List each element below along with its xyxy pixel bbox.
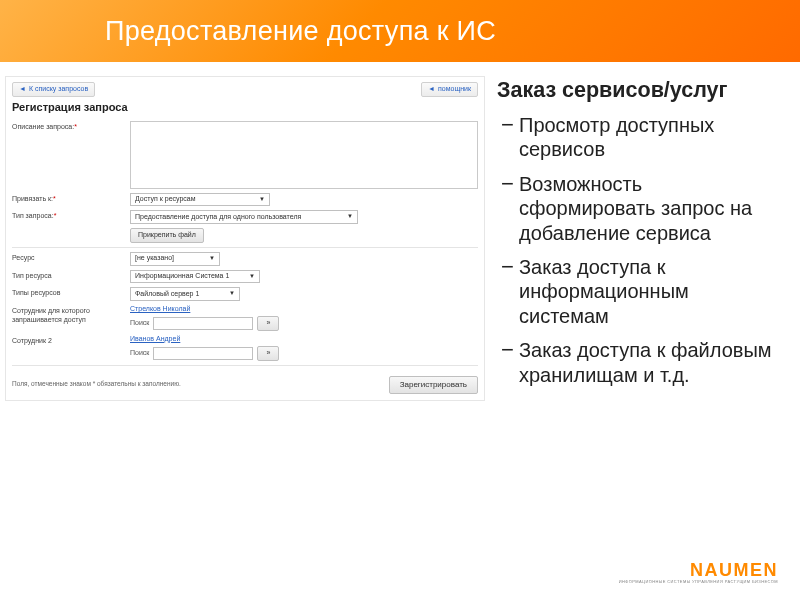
search-label-2: Поиск [130,349,149,358]
chevron-down-icon: ▼ [259,196,265,204]
employee2-link[interactable]: Иванов Андрей [130,335,478,344]
employee-search-input[interactable] [153,317,253,330]
logo-text: NAUMEN [619,560,778,581]
bullet-list: Просмотр доступных сервисов Возможность … [497,113,782,387]
chevron-down-icon: ▼ [249,273,255,281]
form-heading: Регистрация запроса [12,101,478,115]
helper-label: помощник [438,85,471,94]
search-go-button-2[interactable]: » [257,346,279,361]
resource-types-select[interactable]: Файловый сервер 1▼ [130,287,240,301]
description-textarea[interactable] [130,121,478,189]
back-to-list-button[interactable]: ◄ К списку запросов [12,82,95,97]
slide-title: Предоставление доступа к ИС [0,0,800,62]
request-type-select[interactable]: Предоставление доступа для одного пользо… [130,210,358,224]
list-item: Заказ доступа к файловым хранилищам и т.… [497,338,782,387]
employee2-label: Сотрудник 2 [12,335,130,346]
list-item: Возможность сформировать запрос на добав… [497,172,782,245]
request-type-label: Тип запроса:* [12,210,130,221]
resource-type-label: Тип ресурса [12,270,130,281]
resource-type-select[interactable]: Информационная Система 1▼ [130,270,260,284]
search-label: Поиск [130,319,149,328]
description-label: Описание запроса:* [12,121,130,132]
resource-select[interactable]: [не указано]▼ [130,252,220,266]
arrow-left-icon: ◄ [428,85,435,94]
arrow-left-icon: ◄ [19,85,26,94]
chevron-down-icon: ▼ [229,290,235,298]
bind-label: Привязать к:* [12,193,130,204]
attach-file-button[interactable]: Прикрепить файл [130,228,204,243]
required-note: Поля, отмеченные знаком * обязательны к … [12,380,181,388]
employee2-search-input[interactable] [153,347,253,360]
brand-logo: NAUMEN ИНФОРМАЦИОННЫЕ СИСТЕМЫ УПРАВЛЕНИЯ… [619,560,778,584]
list-item: Просмотр доступных сервисов [497,113,782,162]
app-screenshot: ◄ К списку запросов ◄ помощник Регистрац… [5,76,485,401]
helper-button[interactable]: ◄ помощник [421,82,478,97]
back-label: К списку запросов [29,85,88,94]
resource-label: Ресурс [12,252,130,263]
list-item: Заказ доступа к информационным системам [497,255,782,328]
submit-button[interactable]: Зарегистрировать [389,376,478,394]
employee-label: Сотрудник для которого запрашивается дос… [12,305,130,325]
logo-tagline: ИНФОРМАЦИОННЫЕ СИСТЕМЫ УПРАВЛЕНИЯ РАСТУЩ… [619,579,778,584]
employee-link[interactable]: Стрелков Николай [130,305,478,314]
search-go-button[interactable]: » [257,316,279,331]
chevron-down-icon: ▼ [347,213,353,221]
chevron-down-icon: ▼ [209,255,215,263]
bind-select[interactable]: Доступ к ресурсам▼ [130,193,270,207]
resource-types-label: Типы ресурсов [12,287,130,298]
section-heading: Заказ сервисов/услуг [497,78,782,103]
